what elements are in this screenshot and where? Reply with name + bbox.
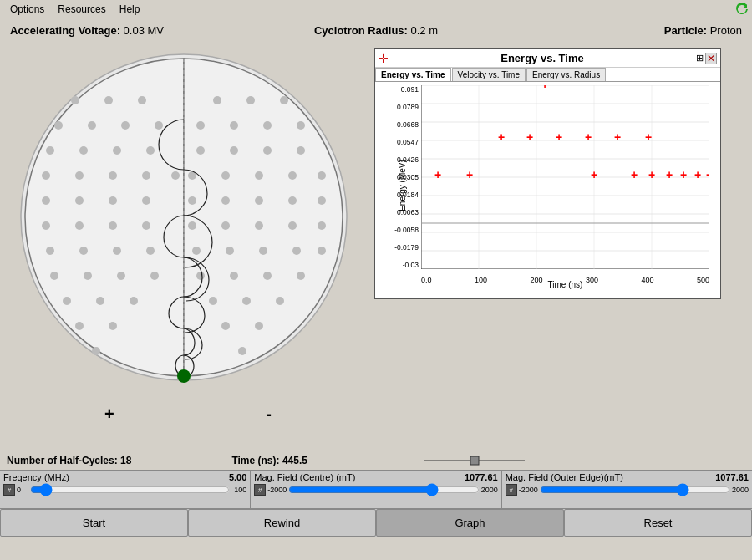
tab-energy-vs-radius[interactable]: Energy vs. Radius	[526, 68, 606, 81]
chart-title: Energy vs. Time	[389, 52, 696, 64]
svg-point-18	[42, 196, 50, 205]
svg-point-54	[288, 171, 297, 180]
svg-point-11	[113, 146, 121, 155]
mag-outer-slider-icon[interactable]: #	[506, 484, 517, 496]
svg-point-40	[213, 96, 221, 104]
chart-tools-icon[interactable]: ⊞	[696, 53, 704, 64]
y-tick-8: -0.0058	[394, 226, 419, 234]
svg-point-36	[130, 297, 138, 305]
menu-resources[interactable]: Resources	[51, 2, 112, 17]
start-button[interactable]: Start	[0, 509, 188, 537]
voltage-value: 0.03 MV	[124, 24, 164, 37]
mag-centre-header: Mag. Field (Centre) (mT) 1077.61	[254, 472, 497, 482]
menu-options[interactable]: Options	[3, 2, 51, 17]
chart-tabs: Energy vs. Time Velocity vs. Time Energy…	[375, 68, 720, 82]
svg-point-12	[146, 146, 155, 155]
frequency-value: 5.00	[229, 472, 246, 482]
svg-point-79	[255, 322, 263, 330]
voltage-label: Accelerating Voltage:	[10, 24, 120, 37]
half-cycles-value: 18	[120, 455, 131, 466]
graph-button[interactable]: Graph	[376, 509, 564, 537]
svg-point-49	[263, 146, 272, 155]
svg-point-47	[196, 146, 205, 155]
svg-point-17	[171, 171, 180, 180]
reset-button[interactable]: Reset	[564, 509, 752, 537]
mag-centre-max: 2000	[481, 486, 498, 494]
svg-point-72	[230, 272, 238, 280]
main-content: + - ✛ Energy vs. Time ⊞ ✕ Energy vs. Tim…	[0, 42, 752, 451]
svg-text:+: +	[706, 168, 709, 181]
tab-energy-vs-time[interactable]: Energy vs. Time	[375, 68, 451, 81]
svg-point-71	[196, 272, 205, 280]
time-label: Time (ns):	[231, 455, 279, 466]
svg-point-73	[263, 272, 272, 280]
mag-centre-slider-group: Mag. Field (Centre) (mT) 1077.61 # -2000…	[251, 471, 501, 508]
svg-text:+: +	[648, 168, 655, 181]
svg-point-78	[221, 322, 230, 330]
svg-point-35	[96, 297, 104, 305]
svg-point-43	[196, 121, 205, 130]
svg-point-5	[54, 121, 63, 130]
radius-value: 0.2 m	[411, 24, 439, 37]
cyclotron-area: + -	[0, 42, 368, 451]
svg-text:+: +	[526, 130, 533, 144]
svg-point-44	[230, 121, 238, 130]
svg-text:+: +	[694, 168, 701, 181]
svg-point-50	[297, 146, 305, 155]
rewind-button[interactable]: Rewind	[188, 509, 376, 537]
svg-point-10	[79, 146, 88, 155]
frequency-label: Freqency (MHz)	[3, 472, 69, 482]
mag-outer-label: Mag. Field (Outer Edge)(mT)	[506, 472, 623, 482]
svg-point-21	[142, 196, 150, 205]
svg-point-2	[71, 96, 79, 104]
y-tick-0: 0.091	[401, 85, 419, 94]
particle-value: Proton	[710, 24, 742, 37]
svg-point-32	[117, 272, 125, 280]
mag-centre-input[interactable]	[288, 485, 479, 495]
y-tick-9: -0.0179	[394, 243, 419, 252]
mag-outer-min: -2000	[519, 486, 538, 494]
half-cycles-label: Number of Half-Cycles:	[7, 455, 118, 466]
svg-point-15	[109, 171, 117, 180]
mag-outer-input[interactable]	[540, 485, 730, 495]
chart-close-icon[interactable]: ✕	[705, 53, 717, 64]
svg-point-39	[92, 347, 100, 355]
particle-dot	[177, 369, 191, 383]
chart-pin-icon[interactable]: ✛	[379, 52, 389, 65]
chart-container: ✛ Energy vs. Time ⊞ ✕ Energy vs. Time Ve…	[374, 48, 721, 299]
svg-text:+: +	[591, 168, 597, 181]
svg-point-63	[255, 221, 263, 230]
frequency-max: 100	[231, 486, 246, 494]
svg-point-80	[238, 347, 246, 355]
buttons-row: Start Rewind Graph Reset	[0, 509, 752, 537]
half-cycles-section: Number of Half-Cycles: 18	[7, 455, 131, 466]
frequency-slider-icon[interactable]: #	[3, 484, 15, 496]
x-axis-label: Time (ns)	[421, 280, 709, 289]
svg-point-57	[221, 196, 230, 205]
mag-centre-slider-icon[interactable]: #	[254, 484, 266, 496]
svg-point-65	[318, 221, 326, 230]
svg-point-67	[226, 247, 234, 255]
svg-point-31	[84, 272, 92, 280]
controls-area: Freqency (MHz) 5.00 # 0 100 Mag. Field (…	[0, 470, 752, 537]
tab-velocity-vs-time[interactable]: Velocity vs. Time	[452, 68, 526, 81]
y-tick-7: 0.0063	[397, 208, 419, 216]
sliders-row: Freqency (MHz) 5.00 # 0 100 Mag. Field (…	[0, 471, 752, 509]
menu-help[interactable]: Help	[113, 2, 147, 17]
y-tick-5: 0.0305	[397, 173, 419, 181]
svg-text:+: +	[498, 130, 505, 144]
svg-point-33	[150, 272, 159, 280]
link-svg	[424, 455, 525, 466]
y-tick-6: 0.0184	[397, 191, 419, 199]
dee-plus-label: +	[104, 405, 114, 424]
svg-point-34	[63, 297, 71, 305]
svg-point-58	[255, 196, 263, 205]
particle-label: Particle:	[664, 24, 707, 37]
svg-text:+: +	[556, 130, 562, 144]
mag-centre-label: Mag. Field (Centre) (mT)	[254, 472, 355, 482]
frequency-track-row: # 0 100	[3, 484, 246, 496]
frequency-input[interactable]	[30, 485, 230, 495]
svg-point-52	[221, 171, 230, 180]
refresh-icon[interactable]	[735, 3, 749, 16]
svg-point-37	[75, 322, 84, 330]
